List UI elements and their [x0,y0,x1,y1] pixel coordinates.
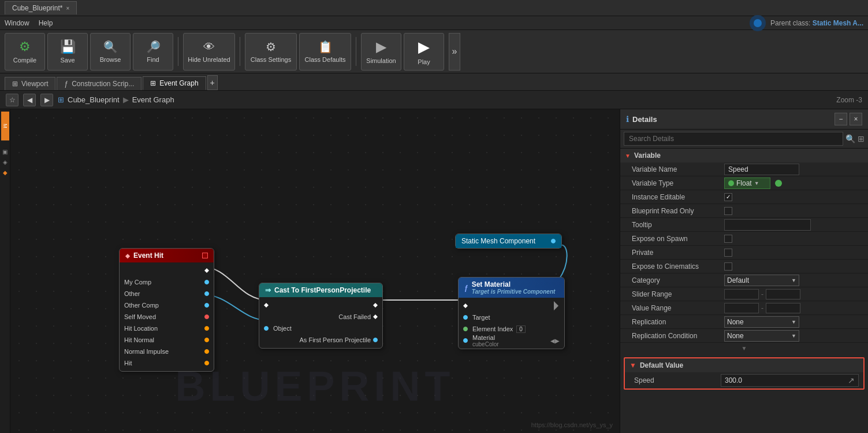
class-defaults-button[interactable]: 📋 Class Defaults [299,33,351,71]
private-checkbox[interactable] [724,249,732,257]
toolbar-divider-3 [356,37,356,66]
play-button[interactable]: ▶ Play [404,33,444,71]
main-layout: M ▣ ◈ ◆ ◆ Event Hit [0,109,868,433]
target-pin [463,315,468,320]
category-dropdown-arrow: ▼ [791,277,796,283]
float-label: Float [736,179,752,187]
row-variable-type: Variable Type Float ▼ [620,176,868,190]
details-header: ℹ Details − × [620,109,868,129]
row-expose-on-spawn: Expose on Spawn [620,232,868,246]
variable-name-input[interactable] [724,164,799,175]
breadcrumb-current: Event Graph [132,95,174,104]
sidebar-icon-4[interactable]: ◆ [1,168,9,176]
set-material-node: ƒ Set Material Target is Primitive Compo… [458,277,565,349]
event-hit-body: My Comp Other Other Comp Self Moved Hit … [120,262,214,371]
material-row: Material cubeColor ◀▶ [459,335,564,346]
expose-to-cinematics-label: Expose to Cinematics [632,262,724,271]
tab-construction-script[interactable]: ƒ Construction Scrip... [57,77,141,90]
search-icon: 🔍 [845,134,855,143]
replication-condition-dropdown[interactable]: None ▼ [724,330,799,342]
sidebar-icon-2[interactable]: ▣ [1,147,9,156]
instance-editable-checkbox[interactable] [724,193,732,201]
simulation-button[interactable]: ▶ Simulation [361,33,401,71]
my-comp-pin [204,280,209,284]
default-value-header[interactable]: ▼ Default Value [625,358,863,372]
tab-viewport[interactable]: ⊞ Viewport [5,77,55,90]
pin-self-moved: Self Moved [120,311,214,323]
save-button[interactable]: 💾 Save [47,33,88,71]
menu-window[interactable]: Window [5,19,29,27]
other-comp-label: Other Comp [124,302,159,309]
class-defaults-icon: 📋 [318,40,333,54]
row-expose-to-cinematics: Expose to Cinematics [620,260,868,273]
replication-dropdown[interactable]: None ▼ [724,316,799,328]
value-range-min[interactable] [724,303,759,313]
speed-default-value[interactable]: 300.0 ↗ [721,374,859,387]
find-button[interactable]: 🔎 Find [133,33,173,71]
var-type-color-indicator [775,180,782,187]
material-sub: cubeColor [472,341,499,347]
tab-event-graph[interactable]: ⊞ Event Graph [143,76,206,90]
menu-bar: Window Help Parent class: Static Mesh A.… [0,16,868,30]
hide-unrelated-button[interactable]: 👁 Hide Unrelated [183,33,235,71]
event-graph-icon: ⊞ [150,79,156,87]
replication-condition-value-label: None [727,332,744,340]
category-dropdown[interactable]: Default ▼ [724,275,799,286]
grid-icon[interactable]: ⊞ [858,134,865,143]
slider-range-min[interactable] [724,289,759,299]
row-instance-editable: Instance Editable [620,190,868,204]
variable-section-header[interactable]: ▼ Variable [620,149,868,162]
more-button[interactable]: » [449,33,460,71]
expose-on-spawn-label: Expose on Spawn [632,235,724,243]
add-tab-button[interactable]: + [207,75,218,90]
cast-exec-in-pin [264,303,269,308]
sidebar-icon-1[interactable]: M [1,112,9,140]
row-tooltip: Tooltip [620,218,868,232]
replication-value-label: None [727,318,744,326]
normal-impulse-pin [204,349,209,354]
parent-class-info: Parent class: Static Mesh A... [770,19,863,27]
hit-location-label: Hit Location [124,325,158,332]
hit-label: Hit [124,360,132,367]
scroll-indicator: ▼ [620,343,868,354]
category-value-label: Default [727,276,749,284]
slider-range-max[interactable] [766,289,800,299]
url-watermark: https://blog.csdn.net/ys_ys_y [531,421,613,428]
pin-hit-normal: Hit Normal [120,334,214,346]
details-tools: − × [835,113,862,125]
compile-button[interactable]: ⚙ Compile [5,33,45,71]
nav-star-button[interactable]: ☆ [6,94,18,106]
expose-to-cinematics-checkbox[interactable] [724,262,732,271]
material-controls: ◀▶ [550,338,560,344]
toolbar-divider-1 [178,37,178,66]
static-mesh-node: Static Mesh Component [455,234,562,249]
blueprint-read-only-checkbox[interactable] [724,207,732,215]
variable-name-label: Variable Name [632,165,724,173]
tooltip-label: Tooltip [632,221,724,229]
breadcrumb-home-icon: ⊞ [58,95,64,104]
details-close-button[interactable]: × [850,113,862,125]
sidebar-icon-3[interactable]: ◈ [1,158,9,166]
variable-arrow-icon: ▼ [625,153,631,159]
variable-name-value [724,164,863,175]
nav-back-button[interactable]: ◀ [23,94,36,106]
details-collapse-button[interactable]: − [835,113,847,125]
variable-type-select[interactable]: Float ▼ [724,177,770,189]
title-bar: Cube_Blueprint* × [0,0,868,16]
left-sidebar: M ▣ ◈ ◆ [0,109,10,433]
search-details-input[interactable] [624,132,843,146]
target-label: Target [472,314,490,321]
class-settings-button[interactable]: ⚙ Class Settings [245,33,297,71]
as-first-person-label: As First Person Projectile [300,336,371,343]
expose-on-spawn-checkbox[interactable] [724,235,732,243]
value-range-max[interactable] [766,303,800,313]
nav-forward-button[interactable]: ▶ [40,94,53,106]
tooltip-input[interactable] [724,219,811,231]
graph-canvas[interactable]: ◆ Event Hit My Comp Other Other Comp [10,109,620,433]
title-tab[interactable]: Cube_Blueprint* × [5,1,77,14]
menu-help[interactable]: Help [39,19,53,27]
my-comp-label: My Comp [124,279,151,286]
close-tab-button[interactable]: × [66,5,69,12]
browse-button[interactable]: 🔍 Browse [90,33,131,71]
play-label: Play [418,58,430,65]
